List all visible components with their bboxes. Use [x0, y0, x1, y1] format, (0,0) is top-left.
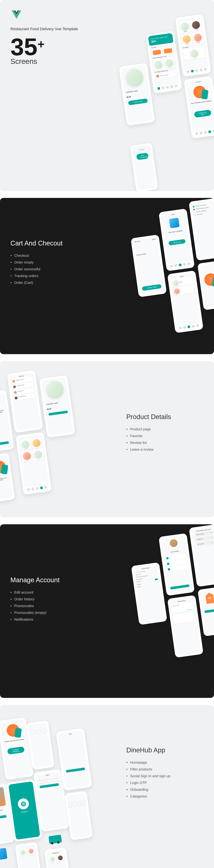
mockup-phone: Order Your Cart Is Empty! Shop Now	[159, 209, 195, 271]
mockup-phone: Vegetable salad $5.49	[39, 375, 75, 438]
mockup-phone: My Order $23.60 Shipping Details Confirm…	[131, 235, 167, 297]
cart-features: Checkout Order empty Order successful Tr…	[10, 252, 78, 286]
mockup-phone: Order Salmon Steak Today 35% My Offer Re…	[146, 31, 182, 93]
vue-logo-icon	[10, 10, 23, 21]
account-title: Manage Account	[10, 576, 78, 584]
mockup-phone: Jordan Hebert Personal Information My or…	[131, 562, 167, 625]
mockup-phone: Salads Meat Pasta Soups Hot Deals	[175, 14, 211, 77]
mockup-phone	[16, 432, 52, 495]
cart-title: Cart And Checout	[10, 240, 78, 247]
mockup-phone: $0	[198, 587, 214, 637]
mockup-phone: Your Favorite List Is Empty!	[0, 453, 15, 502]
mockup-phone: Favorite Your Favorite List Is Empty! Ex…	[184, 76, 214, 139]
mockup-phone: Categories	[44, 847, 72, 868]
mockup-phone: Reviews Sarah Johnson Michael Chen Linda…	[7, 370, 43, 433]
app-title: DineHub App	[126, 746, 204, 754]
mockup-phone: Jordan Hebert Chicago, US	[159, 533, 195, 596]
mockup-phone: Code2023 Add Promocode	[130, 143, 158, 191]
app-features: Homepage Filter products Social Sign In …	[126, 759, 204, 800]
mockup-phone: Vegetable salad $5.49 + Add To Cart	[119, 63, 155, 126]
mockup-phone: Order $6.49	[167, 271, 204, 333]
hero-plus: +	[37, 37, 44, 51]
mockup-phone: Order History Aug 31, 2023 Track Order	[167, 595, 204, 658]
hero-number: 35	[10, 35, 37, 59]
product-features: Product page Favorite Review list Leave …	[126, 426, 204, 453]
mockup-phone	[15, 842, 43, 868]
hero-subtitle: Restaurant Food Delivery Vue Template	[10, 27, 78, 31]
product-title: Product Details	[126, 413, 204, 421]
dinehub-logo-icon	[20, 801, 27, 807]
mockup-phone	[65, 791, 93, 840]
mockup-phone	[197, 261, 214, 310]
account-features: Edit account Order history Promocodes Pr…	[10, 589, 78, 623]
